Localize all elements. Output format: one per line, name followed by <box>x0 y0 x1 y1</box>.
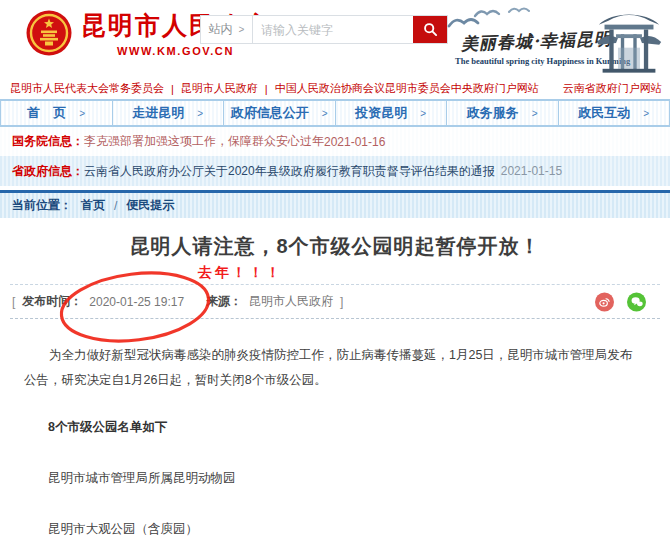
search-scope-label: 站内 <box>209 21 233 38</box>
breadcrumb: 当前位置： 首页 / 便民提示 <box>0 190 670 218</box>
site-url: WWW.KM.GOV.CN <box>81 45 270 57</box>
meta-bracket-close: ] <box>340 295 343 309</box>
nav-item-gov-info-disclosure[interactable]: 政府信息公开 > <box>224 101 336 125</box>
share-buttons <box>595 292 646 311</box>
state-council-news-row: 国务院信息： 李克强部署加强这项工作，保障群众安心过年 2021-01-16 <box>0 127 670 156</box>
article-title: 昆明人请注意，8个市级公园明起暂停开放！ <box>10 233 660 260</box>
breadcrumb-home-link[interactable]: 首页 <box>81 197 105 214</box>
archway-illustration <box>593 5 665 75</box>
article-intro-paragraph: 为全力做好新型冠状病毒感染的肺炎疫情防控工作，防止病毒传播蔓延，1月25日，昆明… <box>24 343 644 393</box>
wechat-icon <box>631 296 643 307</box>
nav-item-label: 首 页 <box>27 104 66 122</box>
site-header: 昆明市人民政府 WWW.KM.GOV.CN 站内 > <box>0 0 670 78</box>
top-link-cppcc[interactable]: 中国人民政治协商会议昆明市委员会 <box>275 81 451 96</box>
page: 昆明市人民政府 WWW.KM.GOV.CN 站内 > <box>0 0 670 537</box>
nav-arrow-icon: > <box>322 108 328 119</box>
top-links-left: 昆明市人民代表大会常务委员会 | 昆明市人民政府 | 中国人民政治协商会议昆明市… <box>10 81 451 96</box>
source-label: 来源： <box>206 293 242 310</box>
state-council-news-date: 2021-01-16 <box>324 135 385 149</box>
source-value: 昆明市人民政府 <box>249 293 333 310</box>
nav-item-label: 走进昆明 <box>132 104 184 122</box>
slogan-chinese: 美丽春城·幸福昆明 <box>461 27 613 55</box>
nav-arrow-icon: > <box>532 108 538 119</box>
top-links-right: 中央政府门户网站 云南省政府门户网站 <box>451 81 666 96</box>
article-meta: [ 发布时间： 2020-01-25 19:17 来源： 昆明市人民政府 ] <box>10 284 660 319</box>
search-input[interactable] <box>253 16 413 43</box>
annotation-text: 去年！！！ <box>198 264 660 281</box>
search-button[interactable] <box>413 16 447 43</box>
chevron-right-icon: > <box>239 24 245 35</box>
share-wechat-button[interactable] <box>627 292 646 311</box>
nav-item-label: 政民互动 <box>578 104 630 122</box>
top-link-separator: | <box>171 83 174 95</box>
article: 昆明人请注意，8个市级公园明起暂停开放！ 去年！！！ [ 发布时间： 2020-… <box>0 233 670 537</box>
top-link-central-gov-portal[interactable]: 中央政府门户网站 <box>451 81 539 96</box>
top-links-bar: 昆明市人民代表大会常务委员会 | 昆明市人民政府 | 中国人民政治协商会议昆明市… <box>0 78 670 99</box>
nav-item-public-interaction[interactable]: 政民互动 > <box>559 101 670 125</box>
national-emblem-logo <box>26 10 72 56</box>
province-news-headline-link[interactable]: 云南省人民政府办公厅关于2020年县级政府履行教育职责督导评估结果的通报 <box>84 163 495 180</box>
top-link-municipal-government[interactable]: 昆明市人民政府 <box>181 81 258 96</box>
nav-item-gov-services[interactable]: 政务服务 > <box>447 101 559 125</box>
top-link-yunnan-gov-portal[interactable]: 云南省政府门户网站 <box>563 81 662 96</box>
province-news-row: 省政府信息： 云南省人民政府办公厅关于2020年县级政府履行教育职责督导评估结果… <box>0 156 670 186</box>
publish-time-label: 发布时间： <box>22 293 82 310</box>
publish-time-value: 2020-01-25 19:17 <box>89 295 184 309</box>
search-scope-dropdown[interactable]: 站内 > <box>201 16 253 43</box>
nav-arrow-icon: > <box>79 108 85 119</box>
nav-item-label: 投资昆明 <box>355 104 407 122</box>
share-weibo-button[interactable] <box>595 292 614 311</box>
weibo-icon <box>599 296 610 307</box>
nav-item-label: 政务服务 <box>467 104 519 122</box>
meta-bracket-open: [ <box>12 295 15 309</box>
nav-item-invest-kunming[interactable]: 投资昆明 > <box>336 101 448 125</box>
top-link-separator: | <box>265 83 268 95</box>
top-link-peoples-congress[interactable]: 昆明市人民代表大会常务委员会 <box>10 81 164 96</box>
province-news-date: 2021-01-15 <box>501 164 562 178</box>
nav-item-home[interactable]: 首 页 > <box>0 101 113 125</box>
park-list-heading: 8个市级公园名单如下 <box>48 419 660 436</box>
state-council-news-label: 国务院信息： <box>12 133 84 150</box>
breadcrumb-current[interactable]: 便民提示 <box>126 197 174 214</box>
park-item-daguan: 昆明市大观公园（含庾园） <box>48 521 660 537</box>
nav-arrow-icon: > <box>643 108 649 119</box>
breadcrumb-label: 当前位置： <box>12 197 72 214</box>
search-bar: 站内 > <box>200 15 448 44</box>
breadcrumb-separator: / <box>114 199 117 213</box>
province-news-label: 省政府信息： <box>12 163 84 180</box>
header-art: 美丽春城·幸福昆明 The beautiful spring city Happ… <box>445 2 665 78</box>
park-item-zoo: 昆明市城市管理局所属昆明动物园 <box>48 470 660 487</box>
search-icon <box>423 22 438 37</box>
nav-item-label: 政府信息公开 <box>231 104 309 122</box>
main-nav: 首 页 > 走进昆明 > 政府信息公开 > 投资昆明 > 政务服务 > 政民互动… <box>0 99 670 127</box>
nav-arrow-icon: > <box>420 108 426 119</box>
nav-arrow-icon: > <box>197 108 203 119</box>
nav-item-about-kunming[interactable]: 走进昆明 > <box>113 101 225 125</box>
state-council-news-headline-link[interactable]: 李克强部署加强这项工作，保障群众安心过年 <box>84 133 324 150</box>
birds-illustration <box>447 4 567 30</box>
